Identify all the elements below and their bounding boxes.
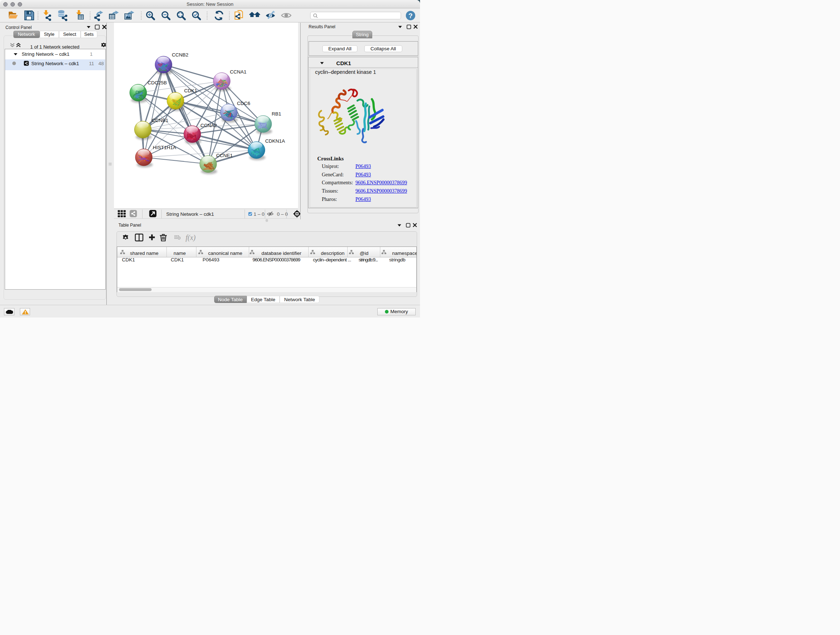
svg-text:f(x): f(x) [186, 233, 196, 242]
svg-text:CCNA2: CCNA2 [201, 123, 217, 128]
svg-text:?: ? [409, 12, 413, 19]
svg-text:CCNB2: CCNB2 [172, 52, 188, 57]
svg-text:database identifier: database identifier [261, 250, 302, 256]
svg-text:CDKN1A: CDKN1A [265, 138, 285, 143]
svg-text:namespace: namespace [392, 250, 417, 256]
svg-text:CDC25B: CDC25B [148, 80, 167, 86]
svg-text:CDK1: CDK1 [171, 257, 184, 263]
svg-text:HIST1H1A: HIST1H1A [153, 145, 176, 150]
svg-text:stringdb:9...: stringdb:9... [358, 257, 378, 263]
svg-text:canonical name: canonical name [208, 250, 242, 256]
svg-text:CCNE1: CCNE1 [216, 153, 233, 158]
svg-text:cyclin–dependent ...: cyclin–dependent ... [313, 257, 351, 263]
svg-text:description: description [321, 250, 344, 256]
svg-text:9606.ENSP00000378699: 9606.ENSP00000378699 [253, 257, 301, 263]
svg-text:stringdb: stringdb [389, 257, 405, 263]
svg-text:P06493: P06493 [202, 257, 219, 263]
svg-text:String Network – cdk1: String Network – cdk1 [166, 211, 214, 217]
svg-text:@id: @id [360, 250, 368, 256]
svg-text:shared name: shared name [130, 250, 158, 256]
svg-text:CCNB1: CCNB1 [152, 118, 168, 123]
svg-text:CCNA1: CCNA1 [230, 69, 246, 74]
svg-text:CDC6: CDC6 [237, 100, 250, 106]
svg-text:0 – 0: 0 – 0 [277, 211, 287, 217]
svg-text:CDK1: CDK1 [184, 88, 197, 93]
svg-text:1 – 0: 1 – 0 [254, 211, 264, 217]
svg-text:CDK1: CDK1 [122, 257, 135, 263]
svg-text:RB1: RB1 [272, 111, 281, 116]
svg-text:name: name [173, 250, 186, 256]
